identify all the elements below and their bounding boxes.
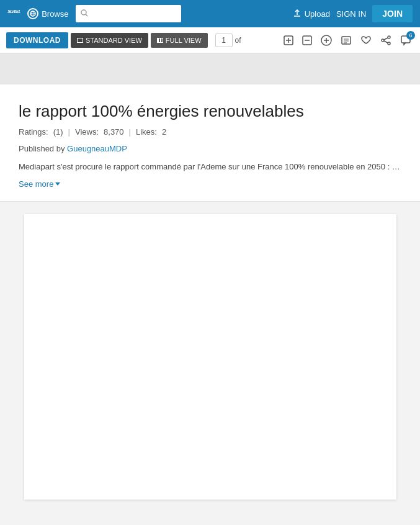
favorite-button[interactable] [358, 32, 374, 48]
share-button[interactable] [378, 32, 394, 48]
zoom-out-icon [302, 35, 312, 45]
globe-icon [30, 11, 36, 17]
publisher-link[interactable]: GueugneauMDP [67, 144, 127, 153]
nav-right: Upload SIGN IN JOIN [293, 5, 413, 22]
upload-icon [293, 9, 302, 19]
ratings-label: Ratings: [19, 127, 48, 137]
document-toolbar: DOWNLOAD STANDARD VIEW FULL VIEW 1 of [0, 27, 420, 53]
ratings-value: (1) [53, 127, 63, 137]
scribd-logo: Scribd. [7, 7, 20, 20]
comment-badge: 6 [406, 31, 415, 40]
download-label: DOWNLOAD [14, 36, 61, 45]
sign-in-button[interactable]: SIGN IN [336, 9, 366, 19]
see-more-label: See more [19, 179, 53, 189]
upload-button[interactable]: Upload [293, 9, 330, 19]
search-icon [81, 8, 88, 19]
upload-label: Upload [305, 9, 330, 19]
search-input[interactable] [91, 9, 176, 19]
share-icon [380, 35, 391, 46]
full-view-label: FULL VIEW [166, 37, 202, 44]
standard-view-icon [77, 38, 83, 43]
likes-label: Likes: [136, 127, 157, 137]
document-top-space [0, 53, 420, 84]
nav-left: Scribd. Browse [7, 5, 181, 22]
join-button[interactable]: JOIN [372, 5, 413, 22]
sign-in-label: SIGN IN [336, 9, 366, 19]
browse-label: Browse [42, 9, 68, 19]
toolbar-actions: 6 [281, 32, 414, 48]
views-value: 8,370 [104, 127, 124, 137]
join-label: JOIN [382, 9, 403, 19]
current-page: 1 [221, 36, 226, 45]
heart-icon [360, 35, 372, 46]
page-of-label: of [235, 36, 241, 45]
published-by: Published by GueugneauMDP [19, 144, 401, 153]
document-description: Mediapart s'est procuré le rapport comma… [19, 161, 401, 173]
svg-line-22 [384, 41, 388, 43]
read-button[interactable] [338, 32, 354, 48]
published-by-label: Published by [19, 144, 65, 153]
svg-point-20 [382, 39, 384, 42]
zoom-in-button[interactable] [281, 33, 296, 48]
document-info-panel: le rapport 100% énergies renouvelables R… [0, 84, 420, 202]
full-view-icon [157, 38, 163, 43]
page-indicator: 1 of [215, 34, 241, 47]
document-title: le rapport 100% énergies renouvelables [19, 102, 401, 121]
download-button[interactable]: DOWNLOAD [6, 32, 68, 48]
sep-1: | [68, 127, 70, 137]
add-icon [321, 35, 332, 46]
svg-line-4 [86, 14, 87, 16]
svg-point-19 [388, 42, 390, 45]
chevron-down-icon [55, 182, 60, 186]
sep-2: | [129, 127, 131, 137]
top-navigation: Scribd. Browse [0, 0, 420, 27]
likes-value: 2 [162, 127, 166, 137]
document-area: le rapport 100% énergies renouvelables R… [0, 53, 420, 525]
search-bar[interactable] [76, 5, 181, 22]
current-page-box: 1 [215, 34, 233, 47]
browse-icon [27, 8, 38, 19]
zoom-out-button[interactable] [300, 33, 315, 48]
standard-view-button[interactable]: STANDARD VIEW [71, 33, 148, 48]
views-label: Views: [75, 127, 99, 137]
document-viewer [0, 202, 420, 500]
zoom-in-icon [284, 35, 293, 45]
read-icon [341, 35, 352, 46]
document-meta: Ratings: (1) | Views: 8,370 | Likes: 2 [19, 127, 401, 137]
svg-point-18 [388, 36, 390, 38]
see-more-button[interactable]: See more [19, 179, 60, 189]
browse-button[interactable]: Browse [27, 8, 68, 19]
svg-line-21 [384, 38, 388, 40]
add-button[interactable] [318, 32, 334, 48]
full-view-button[interactable]: FULL VIEW [151, 33, 208, 48]
svg-point-3 [81, 10, 86, 15]
standard-view-label: STANDARD VIEW [86, 37, 142, 44]
document-page [24, 214, 396, 500]
comment-button[interactable]: 6 [398, 32, 414, 48]
